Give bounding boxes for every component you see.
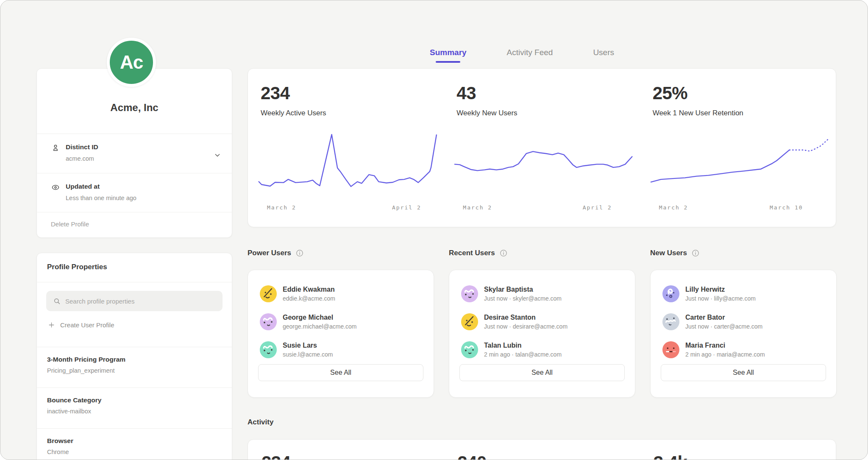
company-avatar: Ac (107, 38, 156, 87)
app-window: Ac Acme, Inc Distinct ID acme.com Update… (0, 0, 868, 460)
search-icon (53, 297, 61, 305)
stat-label: Weekly New Users (456, 109, 517, 117)
sparkline-chart (651, 129, 829, 192)
see-all-button[interactable]: See All (661, 364, 826, 381)
stat-column-retention: 25% Week 1 New User Retention March 2 Ma… (640, 69, 836, 227)
user-detail: george.michael@acme.com (283, 323, 357, 330)
user-row[interactable]: Talan Lubin 2 min ago · talan@acme.com (461, 336, 625, 364)
company-name: Acme, Inc (37, 102, 232, 114)
user-detail: Just now · carter@acme.com (685, 323, 762, 330)
user-avatar (461, 313, 478, 330)
activity-stat: 3.4k (654, 452, 687, 460)
info-icon[interactable] (295, 249, 304, 257)
stat-value: 43 (456, 83, 476, 103)
profile-properties-card: Profile Properties Create User Profile 3… (36, 253, 232, 460)
x-axis: March 2 April 2 (454, 204, 632, 213)
user-name: Eddie Kwakman (283, 286, 335, 293)
power-users-card: Eddie Kwakman eddie.k@acme.com George Mi… (248, 270, 434, 398)
info-icon[interactable] (691, 249, 700, 257)
user-row[interactable]: Skylar Baptista Just now · skyler@acme.c… (461, 280, 625, 308)
see-all-button[interactable]: See All (459, 364, 625, 381)
user-row[interactable]: Susie Lars susie.l@acme.com (260, 336, 423, 364)
user-name: Talan Lubin (484, 342, 562, 349)
stat-value: 25% (653, 83, 688, 103)
person-icon (51, 143, 60, 153)
property-row[interactable]: 3-Month Pricing Program Pricing_plan_exp… (37, 347, 232, 388)
stat-column-weekly-active-users: 234 Weekly Active Users March 2 April 2 (248, 69, 444, 227)
create-user-profile-label: Create User Profile (60, 321, 114, 329)
field-label: Updated at (66, 183, 221, 190)
user-row[interactable]: Maria Franci 2 min ago · maria@acme.com (662, 336, 826, 364)
power-users-title: Power Users (248, 249, 291, 257)
new-users-title: New Users (650, 249, 687, 257)
user-name: Carter Bator (685, 314, 762, 321)
user-name: Susie Lars (283, 342, 333, 349)
tab-users[interactable]: Users (593, 48, 614, 63)
user-avatar (260, 313, 277, 330)
axis-tick-right: April 2 (392, 204, 421, 211)
tab-summary-label: Summary (430, 48, 467, 57)
user-row[interactable]: Lilly Herwitz Just now · lilly@acme.com (662, 280, 826, 308)
tab-bar: Summary Activity Feed Users (430, 48, 614, 63)
user-avatar (461, 341, 478, 358)
power-users-header: Power Users (248, 249, 304, 257)
property-name: 3-Month Pricing Program (47, 356, 232, 363)
user-detail: 2 min ago · talan@acme.com (484, 351, 562, 358)
axis-tick-left: March 2 (267, 204, 296, 211)
axis-tick-right: April 2 (583, 204, 612, 211)
user-row[interactable]: Desirae Stanton Just now · desirare@acme… (461, 308, 625, 336)
new-users-header: New Users (650, 249, 700, 257)
field-value: Less than one minute ago (66, 195, 221, 201)
property-value: Chrome (47, 449, 232, 455)
user-detail: Just now · lilly@acme.com (685, 295, 756, 302)
x-axis: March 2 April 2 (259, 204, 437, 213)
create-user-profile-button[interactable]: Create User Profile (46, 321, 223, 329)
user-row[interactable]: George Michael george.michael@acme.com (260, 308, 423, 336)
user-detail: Just now · desirare@acme.com (484, 323, 568, 330)
chevron-down-icon[interactable] (213, 151, 222, 159)
profile-properties-title: Profile Properties (37, 253, 232, 282)
recent-users-header: Recent Users (449, 249, 508, 257)
user-avatar (662, 285, 679, 302)
company-avatar-initials: Ac (120, 52, 143, 73)
info-icon[interactable] (499, 249, 508, 257)
distinct-id-row[interactable]: Distinct ID acme.com (37, 134, 232, 173)
user-avatar (662, 341, 679, 358)
user-avatar (461, 285, 478, 302)
tab-activity-feed-label: Activity Feed (507, 48, 553, 57)
property-value: Pricing_plan_experiment (47, 367, 232, 374)
recent-users-title: Recent Users (449, 249, 495, 257)
user-name: Lilly Herwitz (685, 286, 756, 293)
see-all-button[interactable]: See All (258, 364, 423, 381)
stat-value: 234 (261, 83, 290, 103)
user-name: Skylar Baptista (484, 286, 562, 293)
property-name: Browser (47, 437, 232, 445)
axis-tick-right: March 10 (770, 204, 803, 211)
updated-at-row: Updated at Less than one minute ago (37, 173, 232, 212)
tab-activity-feed[interactable]: Activity Feed (507, 48, 553, 63)
x-axis: March 2 March 10 (651, 204, 829, 213)
user-avatar (260, 285, 277, 302)
stat-column-weekly-new-users: 43 Weekly New Users March 2 April 2 (444, 69, 640, 227)
user-detail: eddie.k@acme.com (283, 295, 335, 302)
property-row[interactable]: Bounce Category inactive-mailbox (37, 388, 232, 428)
active-tab-underline (436, 61, 460, 63)
search-profile-properties[interactable] (46, 291, 223, 311)
activity-stat: 234 (262, 452, 291, 460)
user-row[interactable]: Eddie Kwakman eddie.k@acme.com (260, 280, 423, 308)
search-input[interactable] (65, 298, 209, 305)
tab-summary[interactable]: Summary (430, 48, 467, 63)
user-avatar (260, 341, 277, 358)
activity-stats-card: 234 240 3.4k (248, 439, 836, 460)
profile-summary-card: Acme, Inc Distinct ID acme.com Updated a… (36, 68, 232, 238)
sparkline-chart (454, 129, 632, 192)
stat-label: Weekly Active Users (261, 109, 326, 117)
axis-tick-left: March 2 (659, 204, 688, 211)
new-users-card: Lilly Herwitz Just now · lilly@acme.com … (650, 270, 837, 398)
property-row[interactable]: Browser Chrome (37, 428, 232, 460)
user-row[interactable]: Carter Bator Just now · carter@acme.com (662, 308, 826, 336)
field-value: acme.com (66, 155, 221, 162)
eye-icon (51, 183, 60, 192)
delete-profile-button[interactable]: Delete Profile (37, 212, 232, 238)
activity-title: Activity (248, 418, 273, 427)
